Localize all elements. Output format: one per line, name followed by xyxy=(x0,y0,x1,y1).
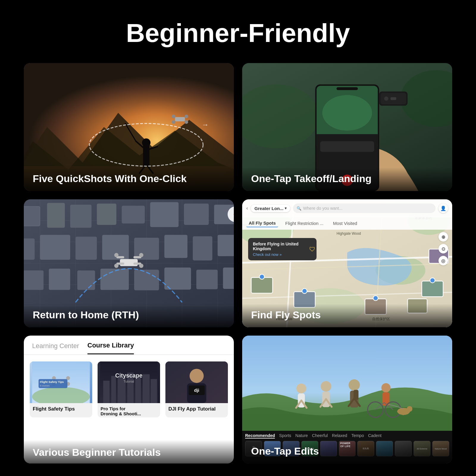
svg-rect-55 xyxy=(70,205,92,228)
svg-point-85 xyxy=(139,264,143,268)
user-icon-btn[interactable]: 👤 xyxy=(439,203,448,213)
tutorials-label-overlay: Various Beginner Tutorials xyxy=(24,440,234,464)
course-thumb-1: 8 courses xyxy=(30,361,92,403)
card-tutorials-label: Various Beginner Tutorials xyxy=(33,447,161,458)
svg-rect-52 xyxy=(24,206,40,226)
svg-point-152 xyxy=(381,383,391,392)
map-layers-btn[interactable]: ⊕ xyxy=(439,232,448,242)
svg-rect-70 xyxy=(49,269,70,290)
svg-point-104 xyxy=(259,274,264,279)
svg-rect-66 xyxy=(164,235,187,258)
card-quickshots[interactable]: → Five QuickShots With One-Click xyxy=(24,63,234,191)
popup-link[interactable]: Check out now » xyxy=(253,252,312,257)
cat-cheerful[interactable]: Cheerful xyxy=(312,433,328,439)
svg-text:Tutorial: Tutorial xyxy=(123,380,134,383)
svg-rect-101 xyxy=(422,281,443,297)
svg-point-16 xyxy=(185,115,188,118)
tutorials-courses: 8 courses xyxy=(24,355,234,424)
tab-course-library[interactable]: Course Library xyxy=(87,342,134,354)
svg-rect-98 xyxy=(251,278,273,293)
svg-point-15 xyxy=(172,115,176,118)
svg-point-139 xyxy=(296,383,306,393)
cat-relaxed[interactable]: Relaxed xyxy=(332,433,347,439)
svg-text:Highgate Wood: Highgate Wood xyxy=(336,231,361,236)
course-dji-app[interactable]: 7 courses xyxy=(165,361,228,417)
course-flight-safety[interactable]: 8 courses xyxy=(30,361,92,417)
tab-all-fly-spots[interactable]: All Fly Spots xyxy=(246,219,278,227)
card-flyspots[interactable]: Pymmes Park 富豪家族村 自然保护区 Heathgate Highga… xyxy=(242,199,452,327)
svg-rect-56 xyxy=(97,203,117,225)
flyspots-tabs: All Fly Spots Flight Restriction ... Mos… xyxy=(242,217,452,230)
svg-text:Cityscape: Cityscape xyxy=(115,372,143,379)
card-tutorials[interactable]: Learning Center Course Library 8 courses xyxy=(24,336,234,464)
course-cityscape[interactable]: 5 courses xyxy=(98,361,160,417)
course-thumb-3: 7 courses xyxy=(165,361,228,403)
svg-text:→: → xyxy=(202,120,209,129)
course-name-3: DJI Fly App Tutorial xyxy=(165,403,228,413)
page-title: Beginner-Friendly xyxy=(126,18,350,48)
location-chip[interactable]: Greater Lon... ▾ xyxy=(251,205,290,212)
svg-point-105 xyxy=(302,289,307,294)
tutorials-topbar: Learning Center Course Library xyxy=(24,336,234,355)
svg-rect-14 xyxy=(175,117,185,121)
search-bar[interactable]: 🔍 Where do you want... xyxy=(293,203,436,213)
svg-rect-62 xyxy=(40,235,70,260)
svg-rect-57 xyxy=(122,206,145,224)
svg-point-106 xyxy=(373,296,378,301)
svg-rect-35 xyxy=(336,87,358,90)
svg-rect-71 xyxy=(77,270,95,290)
svg-rect-61 xyxy=(24,238,35,260)
svg-rect-124 xyxy=(103,381,110,403)
tab-learning-center[interactable]: Learning Center xyxy=(32,342,79,354)
svg-text:8 courses: 8 courses xyxy=(40,384,50,387)
svg-point-84 xyxy=(114,264,118,268)
svg-rect-74 xyxy=(164,267,191,289)
popup-title: Before Flying in United Kingdom xyxy=(253,242,312,251)
svg-point-17 xyxy=(172,120,176,124)
svg-rect-76 xyxy=(223,267,234,289)
cat-recommended[interactable]: Recommended xyxy=(245,433,275,439)
tab-most-visited[interactable]: Most Visited xyxy=(331,220,359,227)
card-flyspots-label: Find Fly Spots xyxy=(242,304,452,327)
map-controls: ⊕ ⊙ ◎ xyxy=(439,232,448,265)
svg-rect-128 xyxy=(135,378,141,403)
tab-all-fly-spots-label: All Fly Spots xyxy=(249,220,276,226)
svg-rect-75 xyxy=(196,270,218,289)
svg-rect-130 xyxy=(151,379,157,403)
svg-point-18 xyxy=(185,120,188,124)
svg-point-143 xyxy=(321,381,331,392)
cat-nature[interactable]: Nature xyxy=(295,433,308,439)
cat-cadent[interactable]: Cadent xyxy=(368,433,381,439)
svg-text:dji: dji xyxy=(194,388,199,393)
svg-point-147 xyxy=(349,379,360,391)
map-zoom-btn[interactable]: ⊙ xyxy=(439,244,448,253)
tab-course-library-label: Course Library xyxy=(87,342,134,349)
card-rth-label: Return to Home (RTH) xyxy=(24,304,234,327)
cat-sports[interactable]: Sports xyxy=(279,433,291,439)
svg-rect-67 xyxy=(193,236,212,260)
svg-rect-129 xyxy=(143,374,150,403)
svg-rect-58 xyxy=(150,202,179,227)
svg-rect-59 xyxy=(184,203,209,225)
card-takeoff[interactable]: One-Tap Takeoff/Landing xyxy=(242,63,452,191)
cat-tempo[interactable]: Tempo xyxy=(351,433,364,439)
card-rth[interactable]: 🏠 Return to Home (RTH) xyxy=(24,199,234,327)
svg-rect-54 xyxy=(47,203,65,228)
course-name-2: Pro Tips forDroning & Shooti... xyxy=(98,403,160,417)
svg-point-82 xyxy=(114,253,118,257)
svg-rect-72 xyxy=(100,269,129,290)
location-text: Greater Lon... xyxy=(254,206,284,211)
edits-scene xyxy=(242,336,452,431)
tab-flight-restriction[interactable]: Flight Restriction ... xyxy=(283,220,326,227)
svg-rect-68 xyxy=(218,235,234,256)
card-edits-label: One-Tap Edits xyxy=(242,440,452,464)
course-name-1: Flight Safety Tips xyxy=(30,403,92,413)
svg-rect-125 xyxy=(111,376,116,403)
card-edits[interactable]: Recommended Sports Nature Cheerful Relax… xyxy=(242,336,452,464)
tab-most-visited-label: Most Visited xyxy=(333,221,357,226)
svg-point-107 xyxy=(430,278,435,283)
map-locate-btn[interactable]: ◎ xyxy=(439,256,448,265)
svg-rect-69 xyxy=(24,270,43,290)
feature-grid: → Five QuickShots With One-Click xyxy=(24,63,452,464)
svg-point-6 xyxy=(142,138,151,147)
